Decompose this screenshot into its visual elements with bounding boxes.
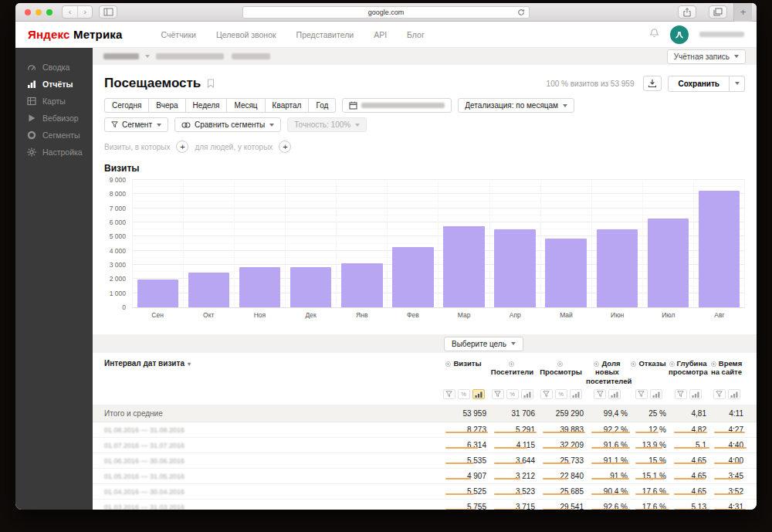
chart-bar[interactable]: [545, 239, 586, 307]
metric-column-header[interactable]: Доля новых посетителей: [585, 359, 629, 385]
nav-item[interactable]: Счётчики: [161, 30, 196, 39]
save-button[interactable]: Сохранить: [668, 76, 730, 92]
zoom-window-button[interactable]: [46, 9, 52, 15]
metric-column-header[interactable]: Просмотры: [537, 359, 585, 377]
browser-back-button[interactable]: ‹: [63, 6, 77, 18]
filter-funnel-button[interactable]: [635, 389, 648, 399]
save-dropdown-button[interactable]: [730, 76, 745, 92]
date-range-button[interactable]: [342, 98, 452, 113]
tabs-overview-button[interactable]: [709, 5, 727, 19]
address-bar[interactable]: google.com: [242, 6, 530, 19]
chart-bar[interactable]: [699, 191, 740, 307]
chart-bar[interactable]: [239, 267, 280, 307]
counter-name-blurred[interactable]: [103, 53, 139, 59]
period-button[interactable]: Неделя: [186, 98, 228, 113]
yandex-metrika-logo[interactable]: Яндекс Метрика: [28, 28, 123, 41]
metric-radio-icon[interactable]: [594, 361, 599, 367]
close-window-button[interactable]: [25, 9, 31, 15]
avatar[interactable]: [670, 25, 689, 44]
metric-value: 17,6 %: [629, 503, 668, 510]
chart-bar[interactable]: [443, 226, 484, 307]
compare-segments-button[interactable]: Сравнить сегменты: [174, 117, 281, 132]
sidebar-toggle-button[interactable]: [99, 5, 117, 19]
chart-bar[interactable]: [392, 247, 433, 307]
filter-chart-button[interactable]: [728, 389, 740, 399]
filter-percent-button[interactable]: %: [555, 389, 567, 399]
chart-bar[interactable]: [597, 229, 638, 307]
table-row[interactable]: 01.04.2016 — 30.04.20165 5253 52325 6859…: [93, 483, 757, 499]
minimize-window-button[interactable]: [36, 9, 42, 15]
filter-chart-button[interactable]: [570, 389, 582, 399]
filter-chart-button[interactable]: [608, 389, 621, 399]
bookmark-icon[interactable]: [207, 79, 215, 88]
chart-bar[interactable]: [188, 273, 229, 307]
period-button[interactable]: Год: [309, 98, 336, 113]
filter-chart-button[interactable]: [472, 389, 485, 399]
value-bar: [714, 463, 742, 464]
filter-percent-button[interactable]: %: [506, 389, 519, 399]
chart-bar[interactable]: [341, 263, 382, 307]
chevron-down-icon: [269, 124, 274, 127]
filter-funnel-button[interactable]: [492, 389, 504, 399]
metric-column-header[interactable]: Отказы: [629, 359, 668, 368]
filter-percent-button[interactable]: %: [458, 389, 470, 399]
new-tab-button[interactable]: +: [733, 3, 752, 22]
nav-item[interactable]: Целевой звонок: [216, 30, 276, 39]
nav-item[interactable]: API: [374, 30, 387, 39]
chart-bar[interactable]: [648, 219, 689, 307]
sidebar-item-reports[interactable]: Отчёты: [15, 76, 93, 93]
table-row[interactable]: 01.07.2016 — 31.07.20166 3144 11532 2099…: [93, 437, 757, 452]
notifications-bell-icon[interactable]: [649, 28, 659, 42]
chart-bar[interactable]: [137, 280, 178, 307]
detail-dropdown-button[interactable]: Детализация: по месяцам: [458, 98, 574, 113]
filter-funnel-button[interactable]: [713, 389, 726, 399]
sidebar-item-webvisor[interactable]: Вебвизор: [15, 110, 93, 127]
account-button[interactable]: Учётная запись: [667, 49, 746, 64]
nav-item[interactable]: Блог: [407, 30, 425, 39]
period-button[interactable]: Месяц: [227, 98, 265, 113]
share-button[interactable]: [678, 5, 696, 19]
metric-column-header[interactable]: Визиты: [439, 359, 488, 368]
chart-bar[interactable]: [290, 267, 331, 307]
filter-funnel-button[interactable]: [675, 389, 687, 399]
nav-item[interactable]: Представители: [296, 30, 354, 39]
chart-bar[interactable]: [494, 229, 535, 307]
table-row[interactable]: 01.06.2016 — 30.06.20165 5353 64425 7339…: [93, 452, 757, 468]
username-blurred[interactable]: [699, 32, 744, 37]
metric-radio-icon[interactable]: [711, 361, 716, 367]
period-button[interactable]: Сегодня: [104, 98, 149, 113]
table-row[interactable]: 01.03.2016 — 31.03.20165 7553 71529 5419…: [93, 499, 757, 510]
period-button[interactable]: Вчера: [149, 98, 185, 113]
filter-chart-button[interactable]: [689, 389, 702, 399]
browser-forward-button[interactable]: ›: [77, 6, 92, 18]
filter-funnel-button[interactable]: [540, 389, 553, 399]
metric-radio-icon[interactable]: [509, 361, 514, 367]
metric-column-header[interactable]: Время на сайте: [708, 359, 745, 377]
sidebar-item-summary[interactable]: Сводка: [15, 59, 93, 76]
table-row[interactable]: 01.05.2016 — 31.05.20164 9073 21222 8409…: [93, 468, 757, 483]
sidebar-item-settings[interactable]: Настройка: [15, 144, 93, 161]
metric-radio-icon[interactable]: [445, 361, 451, 367]
reload-icon[interactable]: [517, 8, 525, 18]
segment-button[interactable]: Сегмент: [104, 117, 168, 132]
metric-radio-icon[interactable]: [631, 361, 636, 367]
filter-funnel-button[interactable]: [443, 389, 455, 399]
sidebar-item-segments[interactable]: Сегменты: [15, 127, 93, 144]
select-goal-button[interactable]: Выберите цель: [444, 337, 523, 351]
goal-band: Выберите цель: [93, 334, 757, 353]
sidebar-item-maps[interactable]: Карты: [15, 93, 93, 110]
filter-chart-button[interactable]: [521, 389, 533, 399]
period-button[interactable]: Квартал: [266, 98, 310, 113]
metric-radio-icon[interactable]: [557, 361, 563, 367]
metric-column-header[interactable]: Глубина просмотра: [668, 359, 708, 377]
filter-chart-button[interactable]: [650, 389, 662, 399]
accuracy-button[interactable]: Точность: 100%: [287, 117, 367, 132]
metric-radio-icon[interactable]: [669, 361, 675, 367]
metric-column-header[interactable]: Посетители: [488, 359, 537, 377]
add-visit-condition-button[interactable]: +: [176, 141, 188, 153]
add-people-condition-button[interactable]: +: [279, 141, 291, 153]
filter-funnel-button[interactable]: [594, 389, 606, 399]
download-button[interactable]: [643, 76, 662, 91]
interval-column-header[interactable]: Интервал дат визита▾: [104, 359, 439, 368]
table-row[interactable]: 01.08.2016 — 31.08.20168 2735 29139 8839…: [93, 422, 757, 437]
